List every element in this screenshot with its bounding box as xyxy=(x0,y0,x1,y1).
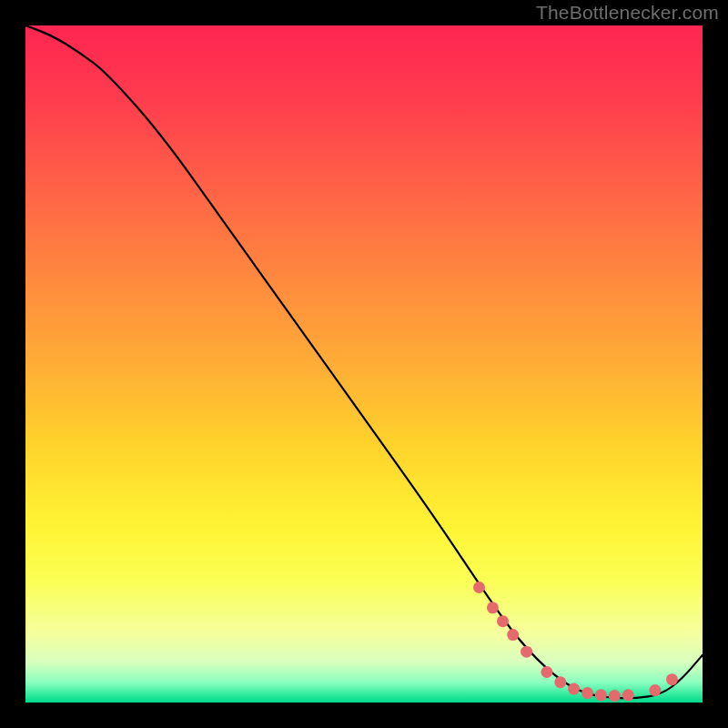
highlight-dot xyxy=(473,581,485,593)
highlight-dots-group xyxy=(473,581,678,702)
highlight-dot xyxy=(666,673,678,685)
plot-area xyxy=(25,25,703,703)
chart-svg xyxy=(25,25,703,703)
highlight-dot xyxy=(622,689,634,701)
highlight-dot xyxy=(521,646,532,658)
bottleneck-curve xyxy=(25,25,703,698)
highlight-dot xyxy=(568,683,580,695)
chart-frame: TheBottlenecker.com xyxy=(0,0,728,728)
highlight-dot xyxy=(554,676,566,688)
credit-text: TheBottlenecker.com xyxy=(536,2,719,24)
highlight-dot xyxy=(497,615,509,627)
highlight-dot xyxy=(581,687,593,699)
highlight-dot xyxy=(487,602,499,613)
highlight-dot xyxy=(507,629,519,641)
highlight-dot xyxy=(649,684,661,696)
highlight-dot xyxy=(541,666,552,678)
highlight-dot xyxy=(595,689,607,701)
highlight-dot xyxy=(609,690,621,702)
